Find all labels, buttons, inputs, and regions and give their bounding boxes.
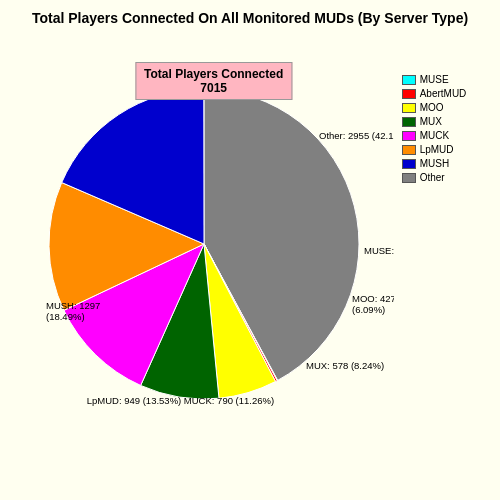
legend-item: Other — [402, 172, 467, 183]
legend-label: MUCK — [420, 130, 449, 141]
legend-color-box — [402, 173, 416, 183]
svg-text:MUSH: 1297: MUSH: 1297 — [46, 300, 100, 311]
svg-text:(6.09%): (6.09%) — [352, 304, 385, 315]
chart-area: Total Players Connected 7015 Other: 2955… — [10, 34, 490, 414]
legend-item: MUSH — [402, 158, 467, 169]
center-label-line1: Total Players Connected — [144, 67, 283, 81]
pie-container: Total Players Connected 7015 Other: 2955… — [34, 34, 394, 414]
legend-label: MUX — [420, 116, 442, 127]
legend-label: MUSH — [420, 158, 449, 169]
legend-item: MUX — [402, 116, 467, 127]
legend-item: MUCK — [402, 130, 467, 141]
svg-text:MUCK: 790 (11.26%): MUCK: 790 (11.26%) — [184, 395, 274, 406]
legend-label: MOO — [420, 102, 444, 113]
center-label-line2: 7015 — [200, 81, 227, 95]
legend-color-box — [402, 103, 416, 113]
legend-item: AbertMUD — [402, 88, 467, 99]
legend-label: LpMUD — [420, 144, 454, 155]
legend-label: Other — [420, 172, 445, 183]
legend-color-box — [402, 131, 416, 141]
center-label: Total Players Connected 7015 — [135, 62, 292, 100]
legend-color-box — [402, 89, 416, 99]
legend-item: MOO — [402, 102, 467, 113]
legend: MUSEAbertMUDMOOMUXMUCKLpMUDMUSHOther — [402, 74, 467, 186]
svg-text:MOO: 427: MOO: 427 — [352, 293, 394, 304]
svg-text:Other: 2955 (42.12%): Other: 2955 (42.12%) — [319, 130, 394, 141]
legend-color-box — [402, 159, 416, 169]
legend-label: MUSE — [420, 74, 449, 85]
legend-color-box — [402, 145, 416, 155]
svg-text:MUX: 578 (8.24%): MUX: 578 (8.24%) — [306, 360, 384, 371]
svg-text:MUSE: 4 (0.06%): MUSE: 4 (0.06%) — [364, 245, 394, 256]
legend-color-box — [402, 75, 416, 85]
legend-color-box — [402, 117, 416, 127]
legend-item: LpMUD — [402, 144, 467, 155]
legend-label: AbertMUD — [420, 88, 467, 99]
svg-text:(18.49%): (18.49%) — [46, 311, 85, 322]
page-title: Total Players Connected On All Monitored… — [10, 10, 490, 26]
legend-item: MUSE — [402, 74, 467, 85]
svg-text:LpMUD: 949 (13.53%): LpMUD: 949 (13.53%) — [86, 395, 181, 406]
main-container: Total Players Connected On All Monitored… — [0, 0, 500, 500]
